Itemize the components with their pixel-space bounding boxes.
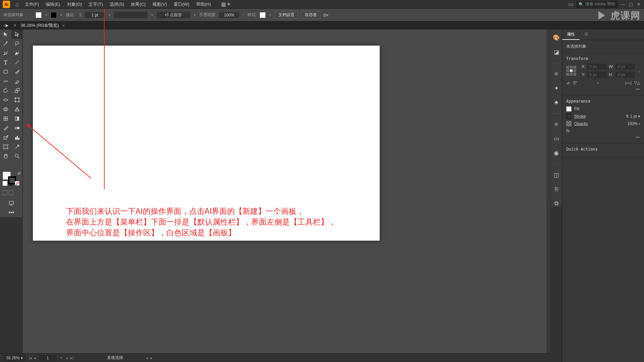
flip-h-icon[interactable]: ▷◁ [625, 80, 631, 85]
stroke-weight-input[interactable] [85, 12, 105, 18]
scale-tool[interactable] [11, 86, 23, 95]
tab-prev-close[interactable]: × [13, 22, 16, 28]
transform-more-icon[interactable]: ••• [566, 87, 640, 92]
stroke-panel-icon[interactable]: ≡ [555, 71, 558, 77]
mesh-tool[interactable] [0, 114, 11, 123]
direct-selection-tool[interactable] [11, 29, 23, 39]
prefs-button[interactable]: 首选项 [301, 11, 320, 19]
screen-mode-button[interactable] [0, 198, 23, 208]
pen-tool[interactable] [0, 48, 11, 58]
transform-angle[interactable]: 0° [573, 80, 593, 85]
slice-tool[interactable] [11, 142, 23, 152]
minimize-icon[interactable]: — [621, 2, 625, 7]
help-search[interactable]: 🔍 搜索 Adobe 帮助 [576, 1, 618, 8]
artboards-panel-icon[interactable]: ⧉ [554, 200, 558, 207]
transform-y[interactable]: 0 px [587, 72, 607, 78]
transform-w[interactable]: 0 px [615, 64, 635, 70]
last-artboard-icon[interactable]: ▸| [70, 356, 73, 360]
rotate-tool[interactable] [0, 86, 11, 95]
opacity-swatch[interactable] [566, 121, 572, 126]
brushes-panel-icon[interactable]: ✦ [554, 85, 559, 92]
edit-toolbar-button[interactable]: ••• [0, 208, 23, 217]
lasso-tool[interactable] [11, 39, 23, 48]
menu-window[interactable]: 窗口(W) [170, 0, 193, 9]
menu-view[interactable]: 视图(V) [149, 0, 170, 9]
artboard[interactable] [33, 46, 380, 241]
menu-select[interactable]: 选择(S) [106, 0, 127, 9]
appearance-panel-icon[interactable]: ◉ [554, 149, 559, 157]
artboard-tool[interactable] [0, 142, 11, 152]
first-artboard-icon[interactable]: |◂ [29, 356, 32, 360]
blend-tool[interactable] [11, 123, 23, 133]
fill-swatch[interactable] [36, 12, 42, 18]
eyedropper-tool[interactable] [0, 123, 11, 133]
line-tool[interactable] [11, 58, 23, 67]
menu-effect[interactable]: 效果(C) [127, 0, 149, 9]
doc-setup-button[interactable]: 文档设置 [275, 11, 298, 19]
transform-h[interactable]: 0 px [615, 72, 635, 78]
stroke-color-swatch[interactable] [566, 114, 572, 119]
tab-close-icon[interactable]: × [62, 23, 65, 28]
fill-color-swatch[interactable] [566, 106, 572, 112]
menu-object[interactable]: 对象(O) [64, 0, 86, 9]
menu-text[interactable]: 文字(T) [85, 0, 106, 9]
free-transform-tool[interactable] [11, 95, 23, 105]
hand-tool[interactable] [0, 152, 11, 161]
draw-behind[interactable] [9, 190, 13, 195]
reference-point[interactable] [566, 66, 576, 76]
menu-help[interactable]: 帮助(H) [193, 0, 214, 9]
layers-panel-icon[interactable]: ≡ [555, 121, 558, 128]
canvas-area[interactable] [23, 29, 550, 353]
magic-wand-tool[interactable] [0, 39, 11, 48]
align-panel-icon[interactable]: ◫ [554, 172, 559, 179]
column-graph-tool[interactable] [11, 133, 23, 142]
paintbrush-tool[interactable] [11, 67, 23, 76]
doc-tab[interactable]: 36.26% (RGB/预览) × [16, 22, 69, 28]
stroke-link[interactable]: Stroke [574, 114, 586, 119]
vertical-scrollbar[interactable] [546, 29, 550, 353]
close-icon[interactable]: ✕ [637, 2, 641, 7]
panel-tab-libraries[interactable]: 库 [580, 29, 593, 40]
arrange-icon[interactable]: ▭ [568, 1, 573, 7]
opacity-link[interactable]: Opacity [574, 121, 588, 126]
fill-dropdown-icon[interactable]: ▾ [44, 13, 48, 17]
eraser-tool[interactable] [11, 76, 23, 86]
gradient-tool[interactable] [11, 114, 23, 123]
workspace-switcher-icon[interactable]: ▦ ▾ [221, 1, 230, 7]
link-wh-icon[interactable]: ⟓ [638, 68, 640, 73]
brush-picker[interactable] [114, 12, 148, 18]
maximize-icon[interactable]: ▢ [629, 2, 633, 7]
artboard-number[interactable]: 1 [39, 355, 56, 361]
shape-builder-tool[interactable] [0, 105, 11, 114]
none-mode[interactable] [15, 181, 19, 186]
rectangle-tool[interactable] [0, 67, 11, 76]
panel-tab-properties[interactable]: 属性 [562, 29, 580, 40]
home-icon[interactable]: ⌂ [15, 1, 19, 7]
type-tool[interactable] [0, 58, 11, 67]
draw-normal[interactable] [3, 190, 7, 195]
shaper-tool[interactable] [0, 76, 11, 86]
asset-panel-icon[interactable]: ▭ [554, 135, 559, 142]
curvature-tool[interactable] [11, 48, 23, 58]
symbols-panel-icon[interactable]: ♣ [554, 99, 558, 106]
appearance-more-icon[interactable]: ••• [566, 135, 640, 140]
color-panel-icon[interactable]: 🎨 [553, 34, 560, 41]
libraries-panel-icon[interactable]: ⎘ [555, 186, 558, 193]
selection-tool[interactable] [0, 29, 11, 39]
menu-file[interactable]: 文件(F) [21, 0, 43, 9]
swap-colors-icon[interactable]: ⇄ [17, 171, 21, 176]
stroke-dropdown-icon[interactable]: ▾ [59, 13, 63, 17]
zoom-tool[interactable] [11, 152, 23, 161]
opacity-input[interactable] [219, 12, 239, 18]
perspective-tool[interactable] [11, 105, 23, 114]
flip-v-icon[interactable]: ▽△ [634, 80, 640, 85]
zoom-level[interactable]: 36.26% ▾ [3, 355, 25, 361]
next-artboard-icon[interactable]: ▸ [66, 356, 68, 360]
symbol-sprayer-tool[interactable] [0, 133, 11, 142]
align-icon[interactable]: ⊞▾ [323, 13, 328, 17]
menu-edit[interactable]: 编辑(E) [42, 0, 63, 9]
width-tool[interactable] [0, 95, 11, 105]
style-swatch[interactable] [260, 12, 266, 18]
transform-x[interactable]: 0 px [587, 64, 607, 70]
fx-button[interactable]: fx. [566, 128, 571, 133]
